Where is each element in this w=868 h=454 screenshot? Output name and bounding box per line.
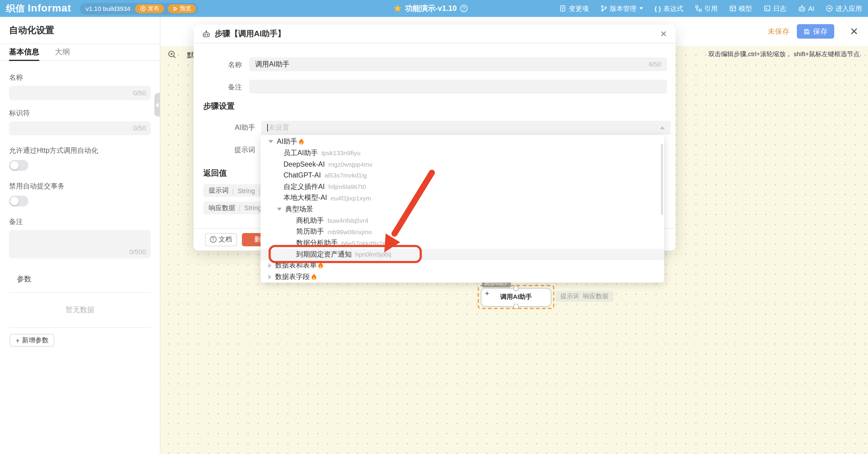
chevron-down-icon xyxy=(640,7,643,10)
option-label: 商机助手 xyxy=(296,216,324,225)
tab-outline[interactable]: 大纲 xyxy=(55,44,70,60)
transaction-toggle-label: 禁用自动提交事务 xyxy=(9,182,151,191)
menu-version-management[interactable]: 版本管理 xyxy=(600,4,643,13)
dropdown-option[interactable]: 本地大模型-AI eu4f2jixp1xym xyxy=(260,192,664,203)
option-label: 到期固定资产通知 xyxy=(296,250,352,259)
name-counter: 0/50 xyxy=(133,89,146,96)
tree-caret-icon[interactable] xyxy=(269,263,272,268)
panel-title: 自动化设置 xyxy=(0,17,160,44)
fire-icon xyxy=(311,274,316,280)
divider xyxy=(9,327,151,328)
tab-basic-info[interactable]: 基本信息 xyxy=(9,44,39,60)
pill-separator: | xyxy=(239,204,241,211)
modal-close-icon[interactable]: ✕ xyxy=(660,29,667,39)
modal-remark-input[interactable] xyxy=(249,79,667,93)
model-table-icon xyxy=(729,5,736,12)
robot-icon xyxy=(798,5,806,12)
tree-caret-icon[interactable] xyxy=(269,140,273,143)
option-id: al53s7mvkd1ig xyxy=(324,172,367,179)
dropdown-option[interactable]: 数据表字段 xyxy=(260,272,664,283)
dropdown-option[interactable]: DeepSeek-AI rngz0wsjpp4mv xyxy=(260,159,664,170)
dropdown-option[interactable]: 简历助手 mb99w06rixjmo xyxy=(260,226,664,237)
menu-model[interactable]: 模型 xyxy=(729,4,752,13)
http-toggle-label: 允许通过Http方式调用自动化 xyxy=(9,146,151,155)
save-button[interactable]: 保存 xyxy=(797,24,834,39)
canvas-hint-text: 双击编辑步骤,ctrl+滚轮缩放， shift+鼠标左键框选节点. xyxy=(708,50,861,59)
node-output-response-pill[interactable]: 响应数据 xyxy=(578,291,613,302)
zoom-in-icon[interactable] xyxy=(168,50,177,59)
toggle-knob xyxy=(10,197,19,205)
remark-textarea[interactable]: 0/500 xyxy=(9,230,151,258)
panel-body: 名称 0/50 标识符 0/50 允许通过Http方式调用自动化 禁用自动提交事… xyxy=(0,61,160,258)
help-icon[interactable]: ? xyxy=(460,5,467,12)
dropdown-option[interactable]: ChatGPT-AI al53s7mvkd1ig xyxy=(260,170,664,181)
plus-icon: + xyxy=(16,337,20,344)
dropdown-option[interactable]: 自定义插件AI h9jm6la9ti7t0 xyxy=(260,181,664,192)
dropdown-option[interactable]: 数据表和表单 xyxy=(260,260,664,271)
dropdown-option[interactable]: 数据分析助手 b6e57pkkd9x2e xyxy=(260,237,664,249)
menu-log[interactable]: 日志 xyxy=(763,4,786,13)
option-id: rngz0wsjpp4mv xyxy=(329,160,372,168)
unsaved-status: 未保存 xyxy=(768,26,789,36)
remark-counter: 0/500 xyxy=(129,248,146,255)
doc-button[interactable]: ? 文档 xyxy=(205,233,237,246)
dropdown-option[interactable]: 商机助手 buw4nfslq5vr4 xyxy=(260,215,664,226)
step-settings-heading: 步骤设置 xyxy=(203,101,235,112)
http-toggle[interactable] xyxy=(9,160,28,171)
prompt-label: 提示词 xyxy=(212,145,255,154)
tree-caret-icon[interactable] xyxy=(277,208,282,211)
identifier-field-label: 标识符 xyxy=(9,108,151,117)
option-id: buw4nfslq5vr4 xyxy=(328,217,368,224)
logo-en: Informat xyxy=(28,2,71,15)
option-label: 典型场景 xyxy=(285,205,313,214)
menu-reference[interactable]: 引用 xyxy=(694,4,717,13)
option-label: 自定义插件AI xyxy=(283,182,325,191)
option-label: ChatGPT-AI xyxy=(283,172,321,179)
tree-caret-icon[interactable] xyxy=(269,275,272,279)
log-terminal-icon xyxy=(763,5,771,12)
ai-assistant-select[interactable]: 未设置 xyxy=(261,120,671,135)
name-input[interactable]: 0/50 xyxy=(9,86,151,100)
publish-button[interactable]: 发布 xyxy=(135,4,164,13)
divider xyxy=(9,292,151,293)
menu-expression[interactable]: { } 表达式 xyxy=(654,4,683,13)
toggle-knob xyxy=(10,161,19,170)
sidebar-collapse-handle[interactable] xyxy=(154,93,160,116)
version-text: v1.10 build3934 xyxy=(86,5,130,12)
save-floppy-icon xyxy=(803,28,810,35)
params-empty-text: 暂无数据 xyxy=(0,305,160,315)
automation-settings-panel: 自动化设置 基本信息 大纲 名称 0/50 标识符 0/50 允许通过Http方… xyxy=(0,17,160,454)
identifier-input[interactable]: 0/50 xyxy=(9,121,151,135)
modal-name-input[interactable]: 调用AI助手 6/50 xyxy=(249,57,667,71)
caret-up-icon xyxy=(660,126,665,129)
braces-icon: { } xyxy=(654,5,661,12)
modal-name-label: 名称 xyxy=(198,60,242,69)
add-param-button[interactable]: + 新增参数 xyxy=(10,334,55,346)
app-logo[interactable]: 织信 Informat xyxy=(6,2,71,15)
node-port-bottom[interactable] xyxy=(513,304,519,309)
menu-ai[interactable]: AI xyxy=(798,5,814,12)
identifier-counter: 0/50 xyxy=(133,125,146,132)
transaction-toggle[interactable] xyxy=(9,196,28,206)
dropdown-option[interactable]: 员工AI助手 tpsk133n9fiyu xyxy=(260,147,664,158)
preview-button[interactable]: 预览 xyxy=(168,4,196,13)
branch-icon xyxy=(600,5,608,12)
name-field-label: 名称 xyxy=(9,73,151,82)
close-icon[interactable]: ✕ xyxy=(850,26,859,36)
menu-enter-app[interactable]: 进入应用 xyxy=(826,4,862,13)
params-section-title: 参数 xyxy=(17,274,160,284)
dropdown-scrollbar[interactable] xyxy=(661,143,663,215)
dropdown-option[interactable]: 到期固定资产通知 hpn0lrn5jd6ij xyxy=(260,249,664,260)
node-title: 调用AI助手 xyxy=(500,293,532,301)
node-port-top[interactable] xyxy=(513,285,519,291)
panel-tabs: 基本信息 大纲 xyxy=(0,44,160,61)
option-id: b6e57pkkd9x2e xyxy=(341,239,386,247)
option-id: eu4f2jixp1xym xyxy=(331,194,371,202)
publish-icon xyxy=(140,5,146,11)
menu-changes[interactable]: 变更项 xyxy=(559,4,589,13)
dropdown-option[interactable]: 典型场景 xyxy=(260,203,664,215)
text-cursor xyxy=(267,124,268,132)
node-plus-icon[interactable]: + xyxy=(485,289,489,297)
dropdown-option[interactable]: AI助手 xyxy=(260,136,664,147)
pill-separator: | xyxy=(258,187,260,194)
